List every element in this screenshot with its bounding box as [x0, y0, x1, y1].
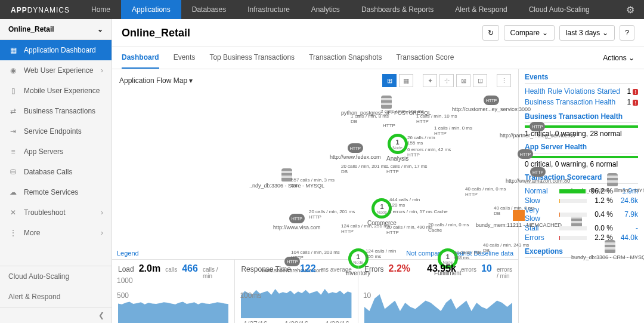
- right-panel: Events Health Rule Violations Started1 !…: [519, 69, 644, 323]
- flow-edge-label: 20 calls / min, 201 msDB: [341, 164, 387, 174]
- logo: APPDYNAMICS: [0, 5, 80, 14]
- flowmap-more-button[interactable]: ⋮: [497, 74, 511, 87]
- chevron-down-icon: ⌄: [602, 29, 608, 37]
- sidebar-item[interactable]: ⛁Database Calls: [0, 162, 112, 182]
- sidebar-item[interactable]: ⇄Business Transactions: [0, 101, 112, 121]
- ash-bar: [525, 156, 638, 158]
- tab[interactable]: Top Business Transactions: [209, 47, 295, 69]
- tab[interactable]: Transaction Snapshots: [309, 47, 382, 69]
- sidebar-item[interactable]: ☁Remote Services: [0, 182, 112, 202]
- charts-row: Load2.0mcalls466calls / min10005001/27/1…: [112, 259, 518, 323]
- sidebar-footer-item[interactable]: Alert & Respond: [0, 287, 112, 307]
- sidebar-collapse-button[interactable]: ❮: [0, 307, 112, 323]
- sidebar-item[interactable]: ≡App Servers: [0, 141, 112, 162]
- flowmap-layout-4-button[interactable]: ⊡: [473, 74, 487, 87]
- sidebar-label: More: [24, 229, 40, 237]
- flow-edge-label: 40 calls / min, 0 msDB: [494, 205, 534, 216]
- app-selector[interactable]: Online_Retail ⌄: [0, 19, 112, 40]
- settings-gear-icon[interactable]: ⚙: [617, 4, 644, 16]
- flowmap-view-grid-button[interactable]: ▦: [399, 74, 413, 87]
- flowmap-view-topology-button[interactable]: ⊞: [382, 74, 397, 87]
- chart-load: Load2.0mcalls466calls / min10005001/27/1…: [112, 260, 235, 323]
- refresh-button[interactable]: ↻: [482, 25, 499, 41]
- actions-menu[interactable]: Actions ⌄: [603, 54, 634, 62]
- flowmap-title[interactable]: Application Flow Map ▾: [119, 76, 193, 85]
- chart-errors: Errors2.2%43.95kerrors10errors / min101/…: [358, 260, 518, 323]
- flowmap-layout-2-button[interactable]: ⊹: [439, 74, 454, 87]
- sidebar-label: Mobile User Experience: [24, 87, 100, 95]
- tabs: DashboardEventsTop Business Transactions…: [112, 47, 644, 69]
- flow-edge-label: 26 calls / min155 ms: [407, 135, 435, 146]
- flow-edge-label: 40 calls / min, 0 msHTTP: [465, 186, 506, 197]
- chevron-right-icon: ›: [101, 229, 103, 237]
- sidebar-item[interactable]: ◉Web User Experience›: [0, 60, 112, 81]
- sidebar-label: Business Transactions: [24, 107, 95, 115]
- events-title: Events: [525, 73, 638, 84]
- flowmap-layout-1-button[interactable]: ✦: [423, 74, 437, 87]
- flow-edge-label: HTTP: [383, 123, 395, 128]
- sidebar-item[interactable]: ⋮More›: [0, 223, 112, 243]
- flowmap-canvas[interactable]: Legend Not comparing against Baseline da…: [112, 92, 518, 259]
- chart-response-time: Response Time122ms average100ms1/27/161/…: [235, 260, 358, 323]
- tab[interactable]: Transaction Score: [396, 47, 454, 69]
- legend-link[interactable]: Legend: [117, 250, 139, 257]
- sidebar-icon: ⋮: [8, 229, 18, 237]
- flow-service[interactable]: HTTPhttp://customer...ey_service:3000: [452, 96, 531, 112]
- flow-service[interactable]: HTTP: [518, 149, 533, 160]
- chevron-right-icon: ›: [101, 208, 103, 217]
- flow-edge-label: 1 calls / min, 17 msHTTP: [386, 164, 427, 174]
- tab[interactable]: Dashboard: [122, 47, 159, 69]
- sidebar-item[interactable]: ▯Mobile User Experience: [0, 81, 112, 101]
- flow-service[interactable]: HTTPhttp://www.fedex.com: [330, 143, 381, 160]
- ash-title: App Server Health: [525, 143, 638, 153]
- flow-service[interactable]: bundy_db:3306 - CRM - MYSQL: [571, 240, 644, 260]
- topnav-item[interactable]: Databases: [181, 0, 237, 19]
- page-title: Online_Retail: [122, 27, 190, 39]
- chevron-down-icon: ⌄: [97, 25, 103, 33]
- topnav-item[interactable]: Cloud Auto-Scaling: [518, 0, 600, 19]
- topnav-item[interactable]: Alert & Respond: [444, 0, 518, 19]
- flowmap-panel: Application Flow Map ▾ ⊞ ▦ ✦ ⊹ ⊠ ⊡ ⋮ Leg: [112, 69, 519, 323]
- flow-edge-label: 557 calls / min, 3 msDB: [291, 177, 335, 188]
- help-button[interactable]: ?: [620, 25, 634, 41]
- sidebar-footer-item[interactable]: Cloud Auto-Scaling: [0, 266, 112, 287]
- sidebar-icon: ◉: [8, 66, 18, 75]
- event-row[interactable]: Health Rule Violations Started1 !: [525, 86, 638, 97]
- topnav-item[interactable]: Dashboards & Reports: [351, 0, 444, 19]
- flow-edge-label: 4 errors / min, 57 ms Cache: [389, 209, 448, 214]
- event-row[interactable]: Business Transaction Health1 !: [525, 97, 638, 107]
- sidebar-icon: ☁: [8, 188, 18, 196]
- topbar: APPDYNAMICS HomeApplicationsDatabasesInf…: [0, 0, 644, 19]
- flow-service[interactable]: HTTPhttp://partner_...alog_service:80: [500, 122, 575, 139]
- flow-service[interactable]: HTTPhttp://www.amazon.com:80: [506, 167, 570, 184]
- flow-node[interactable]: 1NodeAnalysis: [386, 134, 408, 162]
- flow-edge-label: 104 calls / min, 303 msHTTP: [291, 250, 340, 260]
- compare-button[interactable]: Compare ⌄: [504, 25, 555, 41]
- scorecard-row: Slow1.2 %24.6k: [525, 196, 638, 205]
- sidebar: Online_Retail ⌄ ▦Application Dashboard◉W…: [0, 19, 112, 323]
- sidebar-label: Troubleshoot: [24, 208, 66, 217]
- sidebar-label: Database Calls: [24, 168, 72, 176]
- timerange-button[interactable]: last 3 days ⌄: [559, 25, 615, 41]
- topnav-item[interactable]: Home: [80, 0, 121, 19]
- flow-edge-label: 444 calls / min120 ms: [389, 197, 420, 208]
- topnav-item[interactable]: Infrastructure: [237, 0, 301, 19]
- flow-edge-label: 124 calls / min255 ms: [366, 248, 396, 259]
- sidebar-item[interactable]: ▦Application Dashboard: [0, 40, 112, 60]
- topnav-item[interactable]: Analytics: [301, 0, 351, 19]
- flow-edge-label: 124 calls / min, 256 msHTTP: [341, 223, 390, 234]
- sidebar-label: Web User Experience: [24, 66, 94, 75]
- page-header: Online_Retail ↻ Compare ⌄ last 3 days ⌄ …: [112, 19, 644, 47]
- flow-edge-label: 20 calls / min488 ms: [454, 250, 482, 260]
- sidebar-label: App Servers: [24, 147, 63, 156]
- sidebar-icon: ✕: [8, 208, 18, 217]
- chevron-right-icon: ›: [101, 66, 103, 75]
- flow-edge-label: 1 calls / min, 10 msHTTP: [416, 113, 457, 124]
- tab[interactable]: Events: [174, 47, 196, 69]
- sidebar-label: Remote Services: [24, 188, 78, 196]
- topnav-item[interactable]: Applications: [121, 0, 181, 19]
- topnav: HomeApplicationsDatabasesInfrastructureA…: [80, 0, 600, 19]
- sidebar-item[interactable]: ✕Troubleshoot›: [0, 202, 112, 223]
- flowmap-layout-3-button[interactable]: ⊠: [456, 74, 470, 87]
- sidebar-item[interactable]: ⇥Service Endpoints: [0, 121, 112, 141]
